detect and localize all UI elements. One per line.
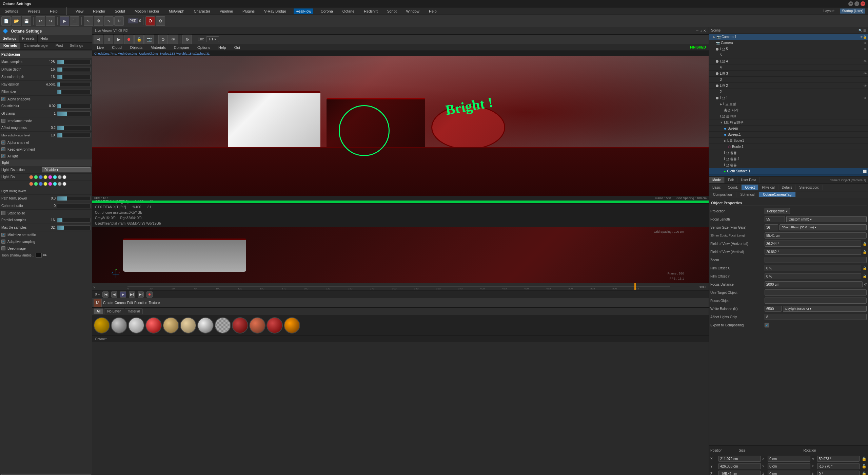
tree-obj4[interactable]: 4 xyxy=(709,64,868,71)
light-id-4[interactable] xyxy=(43,175,47,179)
zoom-value[interactable] xyxy=(765,257,867,263)
tab-kernels[interactable]: Kernels xyxy=(0,43,20,49)
tree-wondon[interactable]: L묘 원동 xyxy=(709,150,868,156)
pos-y-input[interactable]: 426.338 cm xyxy=(718,463,761,469)
fov-v-value[interactable]: 20.862 ° xyxy=(765,249,861,255)
fov-v-lock[interactable]: 🔒 xyxy=(863,250,867,254)
transform-lock-icon[interactable]: 🔒 xyxy=(862,456,867,461)
focal-length-unit[interactable]: Custom (mm) ▾ xyxy=(786,216,867,222)
menu-octane[interactable]: Octane xyxy=(340,8,356,14)
tab-help[interactable]: Help xyxy=(38,35,51,42)
eye-icon-2b[interactable]: 👁 xyxy=(864,84,867,88)
keep-env-checkbox[interactable]: ✓ xyxy=(1,147,5,151)
rot-p-input[interactable]: -16.778 ° xyxy=(817,463,860,469)
affect-lights-value[interactable]: 8 xyxy=(765,314,867,320)
new-btn[interactable]: 📄 xyxy=(1,16,11,26)
swatch-2[interactable] xyxy=(111,317,127,334)
white-balance-value[interactable]: 6500 xyxy=(765,306,782,312)
light-id-8[interactable] xyxy=(62,175,66,179)
mat-texture[interactable]: Texture xyxy=(149,301,160,305)
timeline-preview-viewport[interactable]: X Y Z FPS : 16.1 Frame : 580 Grid Spacin… xyxy=(92,227,709,283)
menu-realflow[interactable]: RealFlow xyxy=(294,8,313,14)
tree-layer5[interactable]: L묘 5 👁 xyxy=(709,46,868,52)
static-noise-checkbox[interactable] xyxy=(1,211,5,215)
tree-layer3[interactable]: L묘 3 👁 xyxy=(709,71,868,77)
anim-end[interactable]: ▶| xyxy=(138,291,144,298)
render-btn[interactable]: ▶ xyxy=(60,16,69,26)
eye-icon-1b[interactable]: 👁 xyxy=(864,96,867,100)
anim-play[interactable]: ▶ xyxy=(120,291,126,298)
save-btn[interactable]: 💾 xyxy=(22,16,31,26)
eye-icon-4[interactable]: 👁 xyxy=(864,60,867,63)
anim-next[interactable]: ▶| xyxy=(129,291,135,298)
tab-presets[interactable]: Presets xyxy=(19,35,38,42)
tree-sweep1[interactable]: ◆ Sweep.1 xyxy=(709,132,868,138)
tree-sweep[interactable]: ◆ Sweep xyxy=(709,126,868,132)
octane-live-btn[interactable]: O xyxy=(145,16,155,26)
ai-light-checkbox[interactable]: ✓ xyxy=(1,154,5,158)
light-id-r7[interactable] xyxy=(58,182,62,186)
light-id-r4[interactable] xyxy=(43,182,47,186)
film-offset-y-value[interactable]: 0 % xyxy=(765,273,861,279)
viewer-maximize[interactable]: □ xyxy=(700,29,702,33)
viewer-btn-record[interactable]: ⏺ xyxy=(124,35,134,44)
viewer-btn-camera[interactable]: 📷 xyxy=(144,35,154,44)
swatch-6[interactable] xyxy=(180,317,196,334)
sensor-size-unit[interactable]: 35mm Photo (36.0 mm) ▾ xyxy=(780,224,867,230)
menu-view[interactable]: View xyxy=(74,8,86,14)
menu-render[interactable]: Render xyxy=(91,8,107,14)
size-y-input[interactable]: 0 cm xyxy=(768,463,810,469)
mat-tab-material[interactable]: material xyxy=(125,308,143,314)
lv-menu-materials[interactable]: Materials xyxy=(149,45,168,50)
tab-object[interactable]: Object xyxy=(742,185,758,190)
tab-camera-imager[interactable]: CameraImager xyxy=(20,43,52,49)
close-button[interactable]: ✕ xyxy=(861,1,865,6)
light-id-2[interactable] xyxy=(34,175,38,179)
menu-script[interactable]: Script xyxy=(385,8,399,14)
tree-layer1[interactable]: L묘 1 👁 xyxy=(709,95,868,101)
projection-dropdown[interactable]: Perspective ▾ xyxy=(765,208,790,214)
swatch-3[interactable] xyxy=(128,317,144,334)
swatch-4[interactable] xyxy=(145,317,162,334)
affect-roughness-slider[interactable] xyxy=(57,126,91,130)
swatch-1[interactable] xyxy=(94,317,110,334)
octane-settings-btn[interactable]: ⚙ xyxy=(156,16,165,26)
film-offset-x-value[interactable]: 0 % xyxy=(765,265,861,271)
redo-btn[interactable]: ↪ xyxy=(46,16,55,26)
tab-physical[interactable]: Physical xyxy=(758,185,778,190)
viewer-btn-play[interactable]: ▶ xyxy=(114,35,123,44)
menu-pipeline[interactable]: Pipeline xyxy=(218,8,235,14)
scene-search-icon[interactable]: 🔍 xyxy=(859,29,862,32)
viewer-btn-lock[interactable]: 🔒 xyxy=(134,35,144,44)
lv-menu-live[interactable]: Live xyxy=(95,45,106,50)
tree-boring[interactable]: ▶ L묘 보링 xyxy=(709,101,868,107)
tree-camera1[interactable]: ▶ 📷 Camera.1 👁 🔒 xyxy=(709,34,868,40)
coherent-ratio-slider[interactable] xyxy=(57,204,91,208)
menu-window[interactable]: Window xyxy=(404,8,421,14)
eye-icon-2[interactable]: 👁 xyxy=(864,41,867,45)
lv-menu-cloud[interactable]: Cloud xyxy=(110,45,124,50)
fov-h-value[interactable]: 36.244 ° xyxy=(765,241,861,247)
menu-help[interactable]: Help xyxy=(48,8,60,14)
open-btn[interactable]: 📂 xyxy=(12,16,21,26)
pos-x-input[interactable]: 211.072 cm xyxy=(718,456,761,462)
film-offset-y-lock[interactable]: 🔒 xyxy=(863,274,867,278)
toon-color-swatch[interactable] xyxy=(36,253,42,258)
eye-icon-3[interactable]: 👁 xyxy=(864,72,867,75)
lv-menu-objects[interactable]: Objects xyxy=(128,45,144,50)
light-id-5[interactable] xyxy=(48,175,52,179)
menu-presets[interactable]: Presets xyxy=(26,8,42,14)
focus-dist-btn[interactable]: ↺ xyxy=(864,283,867,286)
select-btn[interactable]: ↖ xyxy=(84,16,93,26)
tree-obj3[interactable]: 3 xyxy=(709,77,868,83)
tab-stereoscopic[interactable]: Stereoscopic xyxy=(796,185,823,190)
menu-redshift[interactable]: Redshift xyxy=(362,8,379,14)
rot-h-input[interactable]: 50.973 ° xyxy=(817,456,860,462)
viewer-close[interactable]: ✕ xyxy=(703,29,706,33)
viewer-btn-settings[interactable]: ⚙ xyxy=(182,35,192,44)
light-id-6[interactable] xyxy=(53,175,57,179)
scale-btn[interactable]: ⤡ xyxy=(104,16,114,26)
focal-length-value[interactable]: 55 xyxy=(765,216,785,222)
tree-layer4[interactable]: L묘 4 👁 xyxy=(709,58,868,64)
menu-corona[interactable]: Corona xyxy=(319,8,335,14)
